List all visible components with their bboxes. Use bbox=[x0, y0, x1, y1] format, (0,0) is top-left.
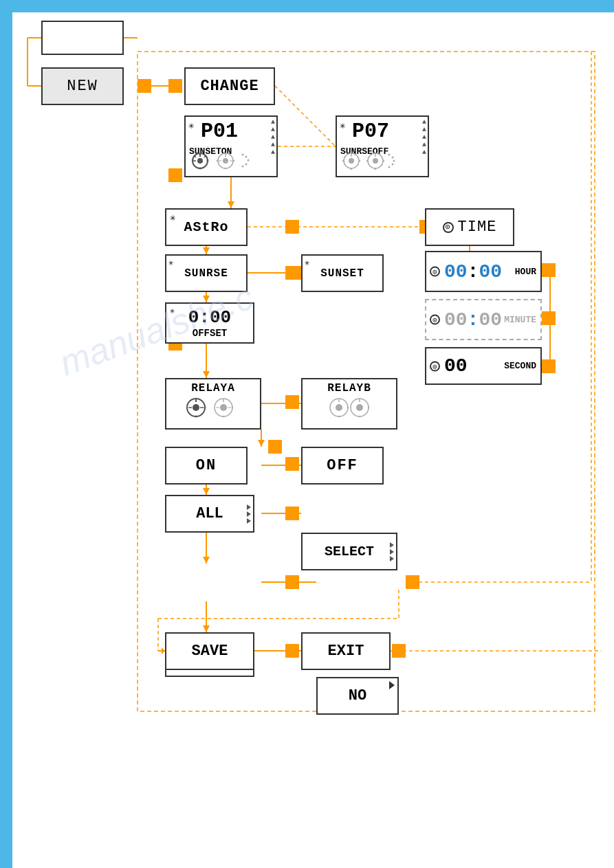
offset-box: ✳ 0:00 OFFSET bbox=[165, 302, 254, 344]
svg-point-88 bbox=[195, 416, 197, 418]
select-label: SELECT bbox=[325, 544, 374, 559]
svg-point-103 bbox=[356, 404, 363, 411]
prog-right-star: ✳ bbox=[340, 120, 345, 131]
new-box[interactable]: NEW bbox=[41, 67, 124, 105]
svg-point-62 bbox=[245, 156, 248, 158]
select-arrows bbox=[390, 542, 394, 561]
sunrise-label: SUNRSE bbox=[184, 267, 228, 280]
svg-marker-7 bbox=[228, 201, 234, 208]
sunset-label: SUNSET bbox=[320, 267, 364, 280]
svg-point-64 bbox=[245, 164, 248, 166]
svg-point-105 bbox=[368, 407, 369, 408]
connector-sq-yes-right bbox=[406, 575, 419, 589]
svg-marker-19 bbox=[203, 488, 210, 495]
exit-box[interactable]: EXIT bbox=[301, 632, 391, 670]
svg-marker-25 bbox=[203, 625, 210, 632]
svg-point-101 bbox=[338, 416, 340, 417]
connector-sq-8 bbox=[285, 395, 299, 409]
sunrise-star: ✳ bbox=[168, 258, 174, 268]
select-box[interactable]: SELECT bbox=[301, 533, 397, 570]
svg-point-58 bbox=[233, 160, 234, 162]
prog-left-dial bbox=[191, 152, 253, 173]
second-circle: ⊙ bbox=[430, 361, 440, 371]
svg-point-75 bbox=[383, 160, 384, 162]
second-digits: 00 bbox=[444, 355, 468, 377]
svg-point-60 bbox=[217, 160, 218, 162]
change-box[interactable]: CHANGE bbox=[184, 67, 275, 105]
svg-point-73 bbox=[373, 158, 378, 164]
minute-circle: ⊙ bbox=[430, 315, 440, 325]
svg-point-91 bbox=[220, 404, 227, 411]
minute-display: ⊙ 00:00 MINUTE bbox=[425, 299, 542, 340]
save-label: SAVE bbox=[192, 643, 228, 660]
offset-star: ✳ bbox=[170, 306, 175, 316]
top-bar bbox=[0, 0, 614, 12]
svg-point-95 bbox=[223, 416, 224, 417]
relay-a-box[interactable]: RELAYA bbox=[165, 378, 261, 430]
no-box[interactable]: NO bbox=[316, 677, 399, 715]
prog-display-left: ✳ P01 ▲▲▲▲▲ SUNSETON bbox=[184, 115, 278, 177]
relay-b-dials bbox=[329, 394, 370, 421]
svg-point-98 bbox=[336, 404, 342, 411]
svg-marker-13 bbox=[203, 371, 210, 378]
astro-label: AStRo bbox=[184, 219, 228, 235]
all-label: ALL bbox=[196, 505, 223, 522]
connector-sq-time-right-1 bbox=[542, 263, 556, 277]
svg-point-79 bbox=[392, 157, 394, 159]
connector-sq-10 bbox=[285, 507, 299, 520]
svg-point-81 bbox=[392, 164, 394, 166]
prog-left-number: P01 bbox=[201, 120, 238, 143]
on-box[interactable]: ON bbox=[165, 447, 248, 485]
prog-left-star: ✳ bbox=[188, 120, 194, 131]
svg-point-96 bbox=[232, 407, 233, 408]
svg-point-67 bbox=[349, 158, 354, 164]
connector-sq-exit-right bbox=[392, 644, 406, 658]
sunrise-box[interactable]: ✳ SUNRSE bbox=[165, 254, 248, 292]
relay-a-label: RELAYA bbox=[191, 382, 235, 394]
prog-right-arrows: ▲▲▲▲▲ bbox=[422, 118, 426, 156]
connector-lines bbox=[0, 0, 614, 868]
off-box[interactable]: OFF bbox=[301, 447, 384, 485]
svg-point-84 bbox=[193, 404, 199, 411]
svg-point-63 bbox=[248, 159, 250, 162]
svg-point-69 bbox=[359, 160, 360, 162]
astro-box[interactable]: ✳ AStRo bbox=[165, 208, 248, 246]
svg-point-59 bbox=[225, 168, 226, 169]
connector-sq-time-right-2 bbox=[542, 311, 556, 325]
change-label: CHANGE bbox=[200, 78, 259, 95]
svg-point-78 bbox=[388, 154, 391, 156]
new-label: NEW bbox=[67, 78, 98, 95]
relay-b-box[interactable]: RELAYB bbox=[301, 378, 397, 430]
connector-sq-4 bbox=[285, 220, 299, 234]
time-box[interactable]: ⊙ TIME bbox=[425, 208, 514, 246]
hour-digits: 00:00 bbox=[444, 261, 502, 282]
left-bar bbox=[0, 0, 12, 868]
connector-sq-14 bbox=[268, 440, 282, 454]
connector-sq-2 bbox=[168, 79, 182, 93]
svg-marker-9 bbox=[203, 247, 210, 254]
all-arrows bbox=[247, 504, 251, 524]
svg-point-89 bbox=[204, 407, 206, 409]
relay-a-dials bbox=[186, 394, 241, 421]
astro-star: ✳ bbox=[170, 212, 176, 223]
prog-right-dial bbox=[342, 152, 397, 173]
save-box[interactable]: SAVE bbox=[165, 632, 254, 670]
svg-point-80 bbox=[393, 160, 395, 162]
time-circle-icon: ⊙ bbox=[443, 222, 454, 233]
prog-display-right: ✳ P07 ▲▲▲▲▲ SUNRSEOFF bbox=[336, 115, 429, 177]
connector-sq-1 bbox=[138, 79, 151, 93]
connector-sq-9 bbox=[285, 457, 299, 471]
all-box[interactable]: ALL bbox=[165, 495, 254, 533]
sunset-box[interactable]: ✳ SUNSET bbox=[301, 254, 384, 292]
svg-point-52 bbox=[199, 168, 201, 170]
on-label: ON bbox=[196, 457, 217, 474]
svg-point-82 bbox=[388, 166, 391, 168]
connector-sq-11 bbox=[285, 575, 299, 589]
prog-button[interactable]: PROG bbox=[41, 21, 124, 55]
hour-label: HOUR bbox=[515, 267, 536, 277]
svg-point-46 bbox=[197, 158, 203, 164]
no-triangle bbox=[389, 681, 395, 689]
off-label: OFF bbox=[327, 457, 358, 474]
svg-point-106 bbox=[359, 416, 360, 417]
svg-line-5 bbox=[275, 86, 336, 146]
